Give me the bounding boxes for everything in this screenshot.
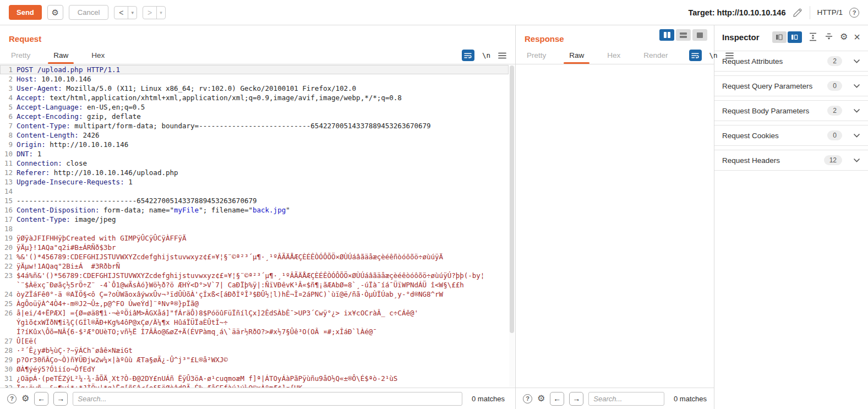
line-text: Content-Type: image/jpeg [17, 215, 509, 224]
request-editor-scrollbar[interactable] [509, 65, 515, 387]
edit-target-pencil-icon[interactable] [792, 7, 803, 18]
line-text: Accept-Language: en-US,en;q=0.5 [17, 102, 509, 112]
line-number: 15 [0, 196, 17, 205]
response-search-input[interactable] [588, 392, 664, 406]
layout-rows-button[interactable] [676, 29, 691, 41]
editor-line-25[interactable]: 25ÀgÔoüÿÀ^4Ò4+-m®J2¬Û±,p@^FO ÚweÝd]¨ªNvª… [0, 299, 509, 308]
editor-line-27[interactable]: 27Û[Eë( [0, 336, 509, 346]
back-history-dropdown[interactable]: ▾ [128, 7, 137, 19]
line-text: Accept-Encoding: gzip, deflate [17, 112, 509, 121]
editor-line-10[interactable]: 10DNT: 1 [0, 149, 509, 159]
editor-line-12[interactable]: 12Referer: http://10.10.10.146/upload.ph… [0, 168, 509, 177]
back-history-button[interactable]: < [114, 7, 128, 19]
inspector-settings-icon[interactable]: ⚙ [840, 32, 848, 41]
forward-history-dropdown[interactable]: ▾ [156, 7, 165, 19]
search-help-icon[interactable]: ? [523, 394, 532, 403]
inspector-section-request-query-parameters[interactable]: Request Query Parameters0 [714, 75, 868, 96]
search-next-button[interactable]: → [569, 392, 583, 406]
editor-line-26[interactable]: 26å|ei/4+ËPÆX] ={Ø=øä8¶ì·¬èºÖiâM>ÂGXåá]"… [0, 308, 509, 336]
inspector-section-request-body-parameters[interactable]: Request Body Parameters2 [714, 100, 868, 121]
editor-line-1[interactable]: 1POST /upload.php HTTP/1.1 [0, 65, 509, 74]
cancel-button[interactable]: Cancel [69, 5, 108, 20]
editor-line-31[interactable]: 31¿OäpÁ·(peTÉZýL²¼·¾·åÕÄ¸Xt?Ò-Ð@2DY£nUÁñ… [0, 374, 509, 383]
line-text: Host: 10.10.10.146 [17, 74, 509, 84]
editor-line-5[interactable]: 5Accept-Language: en-US,en;q=0.5 [0, 102, 509, 112]
request-editor[interactable]: 1POST /upload.php HTTP/1.12Host: 10.10.1… [0, 64, 515, 388]
forward-history-button[interactable]: > [143, 7, 156, 19]
editor-line-4[interactable]: 4Accept: text/html,application/xhtml+xml… [0, 93, 509, 102]
editor-line-28[interactable]: 28·²´Ê¿y#b½ùÇ·?~ÿÁCh¯øâê×NæiGt [0, 346, 509, 355]
tab-raw[interactable]: Raw [567, 48, 586, 64]
word-wrap-icon[interactable] [462, 50, 474, 61]
inspector-view-expanded-button[interactable] [788, 31, 802, 43]
editor-line-21[interactable]: 21%&'()*456789:CDEFGHIJSTUVWXYZcdefghijs… [0, 252, 509, 261]
arrow-left-icon: ← [37, 394, 45, 403]
inspector-section-request-cookies[interactable]: Request Cookies0 [714, 125, 868, 146]
tab-raw[interactable]: Raw [51, 48, 70, 64]
tab-pretty[interactable]: Pretty [9, 48, 32, 64]
tab-render[interactable]: Render [641, 48, 670, 64]
editor-line-8[interactable]: 8Content-Length: 2426 [0, 130, 509, 140]
collapse-all-icon[interactable] [824, 32, 834, 42]
inspector-section-request-attributes[interactable]: Request Attributes2 [714, 51, 868, 72]
line-text: p?Or30ñÂÇo~Ò)ñ¥ÜÐjw2w¼×|àºûù ÆTa§øÃ¿-Û^j… [17, 355, 509, 364]
line-text [17, 187, 509, 196]
response-editor[interactable] [516, 64, 714, 388]
editor-line-7[interactable]: 7Content-Type: multipart/form-data; boun… [0, 121, 509, 130]
editor-line-3[interactable]: 3User-Agent: Mozilla/5.0 (X11; Linux x86… [0, 84, 509, 93]
top-toolbar: Send ⚙ Cancel < ▾ > ▾ Target: http://10.… [0, 0, 868, 25]
editor-line-20[interactable]: 20ÿÄµ}!1AQa"q2i#B±ÁRÑð$3br [0, 243, 509, 252]
word-wrap-icon[interactable] [689, 50, 702, 61]
editor-line-19[interactable]: 19ÿØÿàJFIFHHÿþCreated with GIMPÿÛCÿÛCÿÀF… [0, 233, 509, 243]
divider [810, 6, 810, 19]
show-newlines-icon[interactable]: \n [709, 51, 718, 59]
chevron-down-icon [853, 59, 860, 63]
search-prev-button[interactable]: ← [550, 392, 564, 406]
main-area: Request PrettyRawHex \n 1POST /upload.ph… [0, 25, 868, 409]
http-version-selector[interactable]: HTTP/1 [817, 8, 843, 17]
editor-line-24[interactable]: 24òyZÏáFê0°-ä ®AÏÖ§<ô Ç=?oÙWãoxâýwxÛv¬³ï… [0, 290, 509, 299]
editor-line-23[interactable]: 23$4á%ñ&'()*56789:CDEFGHIJSTUVWXYZcdefgh… [0, 271, 509, 290]
inspector-section-request-headers[interactable]: Request Headers12 [714, 150, 868, 171]
show-newlines-icon[interactable]: \n [482, 51, 490, 59]
scrollbar-thumb[interactable] [510, 66, 514, 333]
editor-line-16[interactable]: 16Content-Disposition: form-data; name="… [0, 205, 509, 215]
send-button[interactable]: Send [9, 5, 42, 20]
editor-line-2[interactable]: 2Host: 10.10.10.146 [0, 74, 509, 84]
menu-icon[interactable] [725, 52, 734, 59]
expand-all-icon[interactable] [808, 32, 818, 42]
editor-line-32[interactable]: 32Ïø÷öwñ -&»¶vi*¿*JÌÖv|*g)Ëø[ñSâ<{e§5öØè… [0, 383, 509, 388]
line-number: 20 [0, 243, 17, 252]
editor-line-15[interactable]: 15-----------------------------654227005… [0, 196, 509, 205]
editor-line-9[interactable]: 9Origin: http://10.10.10.146 [0, 140, 509, 149]
search-settings-icon[interactable]: ⚙ [537, 394, 545, 403]
search-help-icon[interactable]: ? [7, 394, 17, 403]
tab-pretty[interactable]: Pretty [525, 48, 548, 64]
editor-line-11[interactable]: 11Connection: close [0, 159, 509, 168]
tab-hex[interactable]: Hex [89, 48, 107, 64]
editor-line-29[interactable]: 29p?Or30ñÂÇo~Ò)ñ¥ÜÐjw2w¼×|àºûù ÆTa§øÃ¿-Û… [0, 355, 509, 364]
inspector-view-compact-button[interactable] [772, 31, 787, 43]
search-settings-icon[interactable]: ⚙ [21, 394, 29, 403]
back-history-splitbutton: < ▾ [114, 6, 137, 19]
section-label: Request Body Parameters [722, 107, 809, 115]
menu-icon[interactable] [498, 52, 506, 59]
inspector-close-icon[interactable]: × [854, 31, 860, 42]
layout-single-button[interactable] [692, 29, 707, 41]
search-next-button[interactable]: → [53, 392, 68, 406]
editor-line-30[interactable]: 30ØÀ¶ýéý5?Óìiío¬ÒfEdY [0, 364, 509, 374]
send-settings-button[interactable]: ⚙ [47, 5, 63, 20]
count-badge: 2 [827, 106, 842, 116]
layout-columns-button[interactable] [659, 29, 674, 41]
editor-line-18[interactable]: 18 [0, 224, 509, 233]
editor-line-13[interactable]: 13Upgrade-Insecure-Requests: 1 [0, 177, 509, 187]
tab-hex[interactable]: Hex [605, 48, 623, 64]
inspector-title: Inspector [722, 32, 760, 42]
editor-line-17[interactable]: 17Content-Type: image/jpeg [0, 215, 509, 224]
request-search-input[interactable] [73, 392, 462, 406]
editor-line-6[interactable]: 6Accept-Encoding: gzip, deflate [0, 112, 509, 121]
help-icon[interactable]: ? [849, 8, 859, 18]
editor-line-22[interactable]: 22ÿÄµw!1AQaq"2Bi±Á #3RðbrÑ [0, 261, 509, 271]
editor-line-14[interactable]: 14 [0, 187, 509, 196]
search-prev-button[interactable]: ← [34, 392, 48, 406]
